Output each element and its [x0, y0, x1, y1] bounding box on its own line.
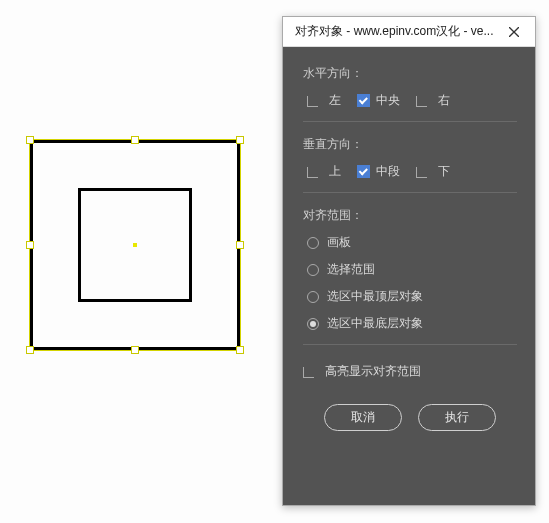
divider	[303, 344, 517, 345]
handle-tr[interactable]	[236, 136, 244, 144]
radio-icon	[307, 264, 319, 276]
vertical-label: 垂直方向：	[303, 136, 517, 153]
divider	[303, 121, 517, 122]
scope-bottom-object[interactable]: 选区中最底层对象	[307, 315, 517, 332]
handle-br[interactable]	[236, 346, 244, 354]
handle-bl[interactable]	[26, 346, 34, 354]
scope-options: 画板 选择范围 选区中最顶层对象 选区中最底层对象	[303, 234, 517, 332]
dialog-body: 水平方向： 左 中央 右 垂直方向： 上	[283, 47, 535, 505]
vertical-row: 上 中段 下	[303, 163, 517, 180]
cancel-button[interactable]: 取消	[324, 404, 402, 431]
execute-button[interactable]: 执行	[418, 404, 496, 431]
scope-top-object[interactable]: 选区中最顶层对象	[307, 288, 517, 305]
align-left-checkbox[interactable]: 左	[307, 92, 341, 109]
radio-icon	[307, 291, 319, 303]
align-top-checkbox[interactable]: 上	[307, 163, 341, 180]
align-center-checkbox[interactable]: 中央	[357, 92, 400, 109]
highlight-row: 高亮显示对齐范围	[303, 363, 517, 380]
checkbox-icon	[416, 167, 427, 178]
checkbox-icon	[307, 96, 318, 107]
scope-top-object-label: 选区中最顶层对象	[327, 288, 423, 305]
handle-ml[interactable]	[26, 241, 34, 249]
align-middle-checkbox[interactable]: 中段	[357, 163, 400, 180]
scope-selection[interactable]: 选择范围	[307, 261, 517, 278]
handle-tl[interactable]	[26, 136, 34, 144]
checkbox-icon	[307, 167, 318, 178]
align-right-label: 右	[438, 92, 450, 109]
execute-label: 执行	[445, 409, 469, 426]
align-middle-label: 中段	[376, 163, 400, 180]
align-bottom-label: 下	[438, 163, 450, 180]
checkbox-icon	[303, 367, 314, 378]
checkbox-icon	[416, 96, 427, 107]
scope-bottom-object-label: 选区中最底层对象	[327, 315, 423, 332]
handle-bc[interactable]	[131, 346, 139, 354]
scope-artboard-label: 画板	[327, 234, 351, 251]
close-icon	[509, 27, 519, 37]
scope-selection-label: 选择范围	[327, 261, 375, 278]
button-row: 取消 执行	[303, 404, 517, 431]
scope-label: 对齐范围：	[303, 207, 517, 224]
divider	[303, 192, 517, 193]
handle-tc[interactable]	[131, 136, 139, 144]
scope-artboard[interactable]: 画板	[307, 234, 517, 251]
cancel-label: 取消	[351, 409, 375, 426]
checkbox-icon	[357, 94, 370, 107]
checkbox-icon	[357, 165, 370, 178]
horizontal-label: 水平方向：	[303, 65, 517, 82]
align-dialog: 对齐对象 - www.epinv.com汉化 - ve... 水平方向： 左 中…	[282, 16, 536, 506]
titlebar[interactable]: 对齐对象 - www.epinv.com汉化 - ve...	[283, 17, 535, 47]
highlight-label: 高亮显示对齐范围	[325, 363, 421, 380]
canvas-area	[30, 140, 240, 350]
align-left-label: 左	[329, 92, 341, 109]
align-right-checkbox[interactable]: 右	[416, 92, 450, 109]
radio-icon	[307, 318, 319, 330]
align-bottom-checkbox[interactable]: 下	[416, 163, 450, 180]
handle-mr[interactable]	[236, 241, 244, 249]
dialog-title: 对齐对象 - www.epinv.com汉化 - ve...	[295, 23, 501, 40]
center-point	[133, 243, 137, 247]
close-button[interactable]	[501, 21, 527, 43]
highlight-checkbox[interactable]: 高亮显示对齐范围	[325, 363, 421, 380]
align-top-label: 上	[329, 163, 341, 180]
align-center-label: 中央	[376, 92, 400, 109]
radio-icon	[307, 237, 319, 249]
horizontal-row: 左 中央 右	[303, 92, 517, 109]
